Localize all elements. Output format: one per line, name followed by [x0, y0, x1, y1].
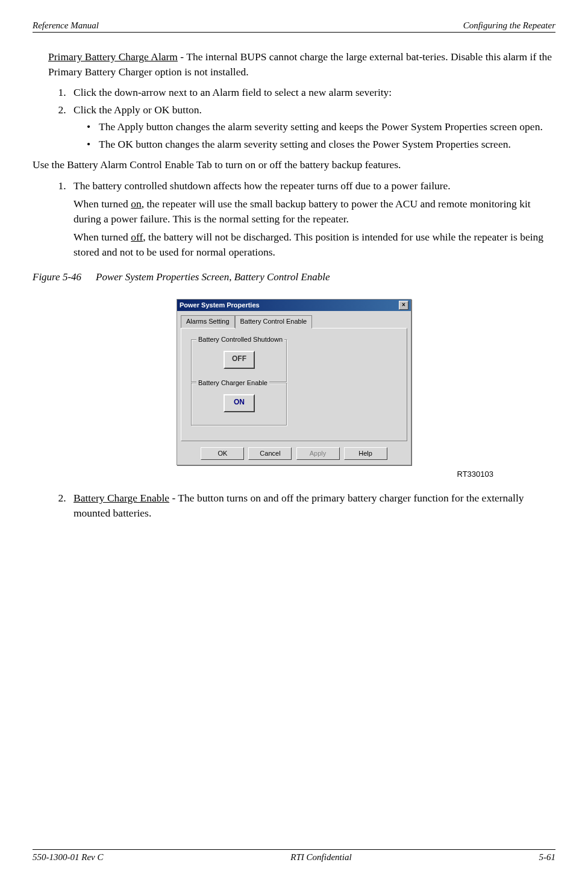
group-label: Battery Controlled Shutdown — [196, 335, 284, 344]
figure-image: Power System Properties × Alarms Setting… — [33, 299, 555, 465]
figure-number: Figure 5-46 — [33, 271, 81, 283]
toggle-charger[interactable]: ON — [224, 394, 255, 412]
body: Primary Battery Charge Alarm - The inter… — [33, 49, 555, 520]
apply-button[interactable]: Apply — [296, 447, 340, 460]
text: When turned — [74, 231, 131, 243]
list-item: The OK button changes the alarm severity… — [87, 137, 555, 152]
dialog-power-system-properties: Power System Properties × Alarms Setting… — [177, 299, 411, 465]
bullet-list: The Apply button changes the alarm sever… — [74, 119, 555, 151]
tab-alarms-setting[interactable]: Alarms Setting — [181, 315, 235, 327]
help-button[interactable]: Help — [344, 447, 387, 460]
group-label: Battery Charger Enable — [196, 379, 269, 388]
group-battery-controlled-shutdown: Battery Controlled Shutdown OFF — [191, 339, 287, 383]
sub-paragraph-off: When turned off, the battery will not be… — [74, 230, 555, 259]
figure-caption: Figure 5-46Power System Properties Scree… — [33, 270, 555, 284]
footer-center: RTI Confidential — [290, 852, 351, 863]
toggle-shutdown[interactable]: OFF — [224, 351, 255, 369]
ok-button[interactable]: OK — [201, 447, 244, 460]
text: The battery controlled shutdown affects … — [74, 180, 451, 192]
text: , the repeater will use the small backup… — [74, 198, 531, 225]
list-item: Click the Apply or OK button. The Apply … — [69, 102, 555, 152]
text: Click the Apply or OK button. — [74, 104, 202, 116]
list-item: The battery controlled shutdown affects … — [69, 178, 555, 260]
dialog-button-row: OK Cancel Apply Help — [177, 445, 411, 465]
text: When turned — [74, 198, 131, 210]
tab-battery-control-enable[interactable]: Battery Control Enable — [235, 315, 313, 328]
term-off: off — [131, 231, 143, 243]
paragraph-use-tab: Use the Battery Alarm Control Enable Tab… — [33, 157, 555, 172]
list-item: Click the down-arrow next to an Alarm fi… — [69, 85, 555, 100]
footer-left: 550-1300-01 Rev C — [33, 852, 103, 863]
text: The Apply button changes the alarm sever… — [99, 121, 543, 133]
term-battery-charge-enable: Battery Charge Enable — [74, 492, 169, 504]
text: Click the down-arrow next to an Alarm fi… — [74, 86, 392, 98]
close-button[interactable]: × — [399, 301, 408, 310]
cancel-button[interactable]: Cancel — [248, 447, 292, 460]
page-header: Reference Manual Configuring the Repeate… — [33, 20, 555, 33]
header-right: Configuring the Repeater — [463, 20, 555, 31]
paragraph-primary-battery: Primary Battery Charge Alarm - The inter… — [48, 49, 555, 79]
ordered-list-2: The battery controlled shutdown affects … — [48, 178, 555, 260]
sub-paragraph-on: When turned on, the repeater will use th… — [74, 196, 555, 226]
ordered-list-3: Battery Charge Enable - The button turns… — [48, 491, 555, 520]
dialog-title: Power System Properties — [180, 301, 260, 310]
figure-title: Power System Properties Screen, Battery … — [96, 271, 330, 283]
text: , the battery will not be discharged. Th… — [74, 231, 543, 258]
dialog-titlebar: Power System Properties × — [177, 300, 411, 311]
page-footer: 550-1300-01 Rev C RTI Confidential 5-61 — [33, 849, 555, 863]
tab-panel: Battery Controlled Shutdown OFF Battery … — [181, 328, 407, 441]
header-left: Reference Manual — [33, 20, 99, 31]
tab-strip: Alarms SettingBattery Control Enable — [177, 311, 411, 327]
list-item: The Apply button changes the alarm sever… — [87, 119, 555, 134]
group-battery-charger-enable: Battery Charger Enable ON — [191, 383, 287, 426]
ordered-list-1: Click the down-arrow next to an Alarm fi… — [48, 85, 555, 151]
term-on: on — [131, 198, 142, 210]
list-item: Battery Charge Enable - The button turns… — [69, 491, 555, 520]
figure-reference-number: RT330103 — [95, 469, 493, 480]
text: The OK button changes the alarm severity… — [99, 138, 511, 150]
term-primary-battery: Primary Battery Charge Alarm — [48, 51, 178, 63]
footer-right: 5-61 — [539, 852, 555, 863]
